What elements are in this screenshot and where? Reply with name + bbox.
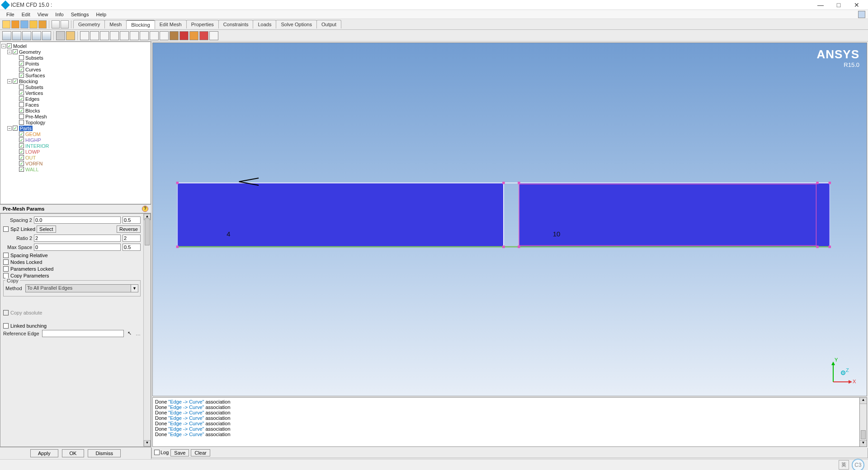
rotate-icon[interactable] xyxy=(22,31,31,40)
scroll-thumb[interactable] xyxy=(145,218,150,245)
menu-help[interactable]: Help xyxy=(92,11,110,18)
tree-part-wall[interactable]: WALL xyxy=(25,167,39,172)
block-move-icon[interactable] xyxy=(130,31,139,40)
tree-part-highp[interactable]: HIGHP xyxy=(25,137,41,143)
tree-faces[interactable]: Faces xyxy=(25,102,39,108)
block-delete-icon[interactable] xyxy=(199,31,208,40)
tab-loads[interactable]: Loads xyxy=(253,20,276,28)
menu-file[interactable]: File xyxy=(3,11,18,18)
project-icon[interactable] xyxy=(29,20,38,28)
tree-part-geom[interactable]: GEOM xyxy=(25,132,41,137)
ratio2-side[interactable] xyxy=(123,235,141,242)
tree-checkbox[interactable] xyxy=(13,49,18,54)
tree-vertices[interactable]: Vertices xyxy=(25,90,43,96)
redo-icon[interactable] xyxy=(61,20,69,28)
spacing2-side[interactable] xyxy=(123,216,141,224)
menu-info[interactable]: Info xyxy=(52,11,67,18)
block-premesh-icon[interactable] xyxy=(150,31,159,40)
tab-editmesh[interactable]: Edit Mesh xyxy=(155,20,187,28)
console-scrollbar[interactable]: ▲ ▼ xyxy=(860,397,867,447)
tree-surfaces[interactable]: Surfaces xyxy=(25,73,45,78)
fit-icon[interactable] xyxy=(2,31,11,40)
block-check-icon[interactable] xyxy=(179,31,189,40)
tree-checkbox[interactable] xyxy=(19,67,24,72)
tree-checkbox[interactable] xyxy=(19,61,24,66)
tree-checkbox[interactable] xyxy=(19,149,24,154)
tree-geometry[interactable]: Geometry xyxy=(19,49,41,55)
clear-log-button[interactable]: Clear xyxy=(191,449,210,456)
view-icon[interactable] xyxy=(42,31,51,40)
saveall-icon[interactable] xyxy=(20,20,28,28)
block-merge-icon[interactable] xyxy=(100,31,109,40)
tree-parts[interactable]: Parts xyxy=(19,126,33,131)
tree-checkbox[interactable] xyxy=(19,132,24,136)
block-quality-icon[interactable] xyxy=(189,31,198,40)
ime-indicator[interactable]: C3 xyxy=(852,459,864,470)
spacing-relative-checkbox[interactable] xyxy=(3,253,9,258)
tree-part-interior[interactable]: INTERIOR xyxy=(25,143,49,149)
block-assoc-icon[interactable] xyxy=(120,31,129,40)
maxspace-input[interactable] xyxy=(34,244,121,251)
zoom-icon[interactable] xyxy=(12,31,21,40)
log-checkbox[interactable] xyxy=(154,450,160,455)
select-button[interactable]: Select xyxy=(37,226,56,233)
maxspace-side[interactable] xyxy=(123,244,141,251)
tree-bsubsets[interactable]: Subsets xyxy=(25,85,43,90)
ratio2-input[interactable] xyxy=(34,235,121,242)
tree-checkbox[interactable] xyxy=(19,120,24,125)
tree-checkbox[interactable] xyxy=(19,108,24,113)
tree-subsets[interactable]: Subsets xyxy=(25,55,43,61)
ref-edge-input[interactable] xyxy=(42,330,124,337)
tab-properties[interactable]: Properties xyxy=(186,20,219,28)
ok-button[interactable]: OK xyxy=(62,449,85,457)
tab-solveoptions[interactable]: Solve Options xyxy=(276,20,316,28)
reverse-button[interactable]: Reverse xyxy=(117,226,141,233)
viewport-3d[interactable]: ANSYS R15.0 xyxy=(152,42,867,396)
block-material-icon[interactable] xyxy=(170,31,179,40)
spacing2-input[interactable] xyxy=(34,216,121,224)
window-list-icon[interactable] xyxy=(858,11,865,18)
menu-settings[interactable]: Settings xyxy=(67,11,93,18)
tree-checkbox[interactable] xyxy=(13,126,18,131)
tab-geometry[interactable]: Geometry xyxy=(73,20,105,28)
ime-lang[interactable]: 英 xyxy=(839,460,849,470)
tree-checkbox[interactable] xyxy=(19,167,24,172)
dismiss-button[interactable]: Dismiss xyxy=(88,449,121,457)
nodes-locked-checkbox[interactable] xyxy=(3,259,9,265)
pan-icon[interactable] xyxy=(32,31,41,40)
minimize-button[interactable]: — xyxy=(811,0,830,10)
maximize-button[interactable]: □ xyxy=(830,0,848,10)
tree-blocks[interactable]: Blocks xyxy=(25,108,40,113)
tree-checkbox[interactable] xyxy=(19,90,24,95)
tree-collapse-icon[interactable]: − xyxy=(7,50,12,54)
open-icon[interactable] xyxy=(2,20,10,28)
params-locked-checkbox[interactable] xyxy=(3,266,9,272)
tree-checkbox[interactable] xyxy=(19,55,24,60)
save-log-button[interactable]: Save xyxy=(170,449,189,456)
tree-checkbox[interactable] xyxy=(7,43,12,48)
tree-checkbox[interactable] xyxy=(19,161,24,166)
apply-button[interactable]: Apply xyxy=(30,449,58,457)
tree-checkbox[interactable] xyxy=(19,102,24,107)
tree-collapse-icon[interactable]: − xyxy=(7,79,12,84)
menu-view[interactable]: View xyxy=(34,11,52,18)
model-tree[interactable]: −Model −Geometry Subsets Points Curves S… xyxy=(0,42,151,204)
close-button[interactable]: ✕ xyxy=(848,0,866,10)
tree-checkbox[interactable] xyxy=(19,155,24,160)
scroll-thumb[interactable] xyxy=(861,430,866,439)
block-split-icon[interactable] xyxy=(90,31,99,40)
tree-part-vorfn[interactable]: VORFN xyxy=(25,161,43,166)
block-x-icon[interactable] xyxy=(209,31,218,40)
sp2linked-checkbox[interactable] xyxy=(3,226,9,232)
tree-checkbox[interactable] xyxy=(19,73,24,78)
tree-edges[interactable]: Edges xyxy=(25,96,39,102)
more-icon[interactable]: … xyxy=(136,331,141,336)
block-tool-icon[interactable] xyxy=(160,31,169,40)
method-dropdown[interactable]: To All Parallel Edges xyxy=(25,284,131,292)
tree-curves[interactable]: Curves xyxy=(25,67,41,72)
tab-mesh[interactable]: Mesh xyxy=(104,20,127,28)
tab-output[interactable]: Output xyxy=(316,20,341,28)
undo-icon[interactable] xyxy=(52,20,60,28)
settings-icon[interactable] xyxy=(38,20,47,28)
menu-edit[interactable]: Edit xyxy=(18,11,34,18)
